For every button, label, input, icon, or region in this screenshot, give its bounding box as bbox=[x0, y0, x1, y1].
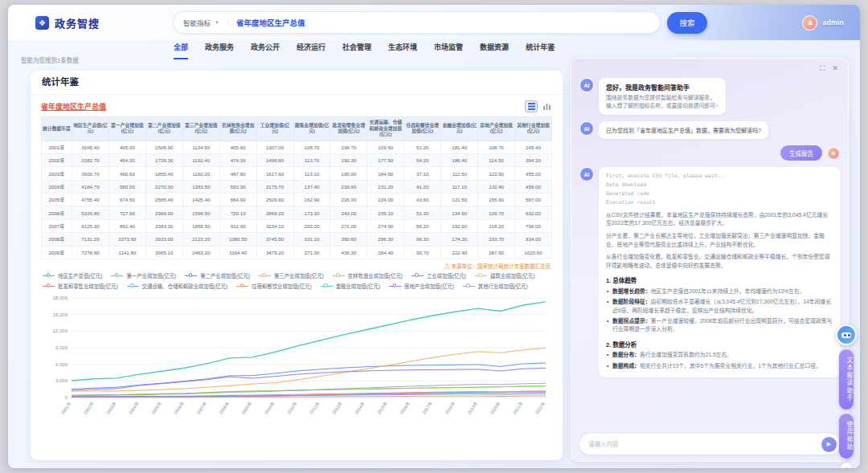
assistant-button-1[interactable]: 使用帮助 bbox=[839, 414, 854, 459]
table-cell: 117.10 bbox=[441, 180, 478, 193]
legend-item[interactable]: 农林牧渔业增加值(亿元) bbox=[333, 272, 403, 279]
table-cell: 271.30 bbox=[293, 246, 330, 259]
legend-item[interactable]: 房地产业增加值(亿元) bbox=[389, 283, 454, 290]
dataset-title-link[interactable]: 省年度地区生产总值 bbox=[41, 101, 106, 112]
analysis-bullet: 数据增长趋势：地区生产总值自2001年以来持续上升，年均增速约为13%左右。 bbox=[606, 287, 833, 296]
table-header-cell: 统计数据年度 bbox=[42, 117, 72, 141]
svg-text:2022年: 2022年 bbox=[534, 400, 547, 416]
legend-marker-icon bbox=[127, 283, 139, 289]
svg-text:2016年: 2016年 bbox=[398, 400, 411, 416]
tab-1[interactable]: 政务服务 bbox=[205, 42, 234, 59]
legend-marker-icon bbox=[475, 272, 487, 279]
svg-text:0: 0 bbox=[65, 395, 68, 400]
close-icon[interactable]: ✕ bbox=[832, 64, 838, 73]
table-cell: 162.90 bbox=[293, 194, 330, 206]
table-cell: 190.30 bbox=[330, 153, 367, 166]
code-line: Generated code bbox=[606, 190, 833, 198]
svg-text:2013年: 2013年 bbox=[330, 400, 344, 416]
chat-message-list[interactable]: AI您好，我是政务智能问答助手围绕政务数据为您提供智能检索与解读服务，输入想了解… bbox=[579, 78, 840, 429]
expand-icon[interactable]: ⛶ bbox=[820, 64, 825, 73]
svg-text:9,000: 9,000 bbox=[55, 345, 68, 350]
table-cell: 3745.90 bbox=[256, 233, 293, 246]
tab-4[interactable]: 社会管理 bbox=[342, 42, 371, 59]
welcome-bubble: 您好，我是政务智能问答助手围绕政务数据为您提供智能检索与解读服务，输入想了解的指… bbox=[599, 78, 726, 115]
legend-item[interactable]: 第一产业增加值(亿元) bbox=[111, 272, 176, 279]
user-menu[interactable]: a admin bbox=[802, 5, 844, 40]
table-cell: 231.20 bbox=[367, 180, 404, 193]
svg-text:2019年: 2019年 bbox=[466, 400, 480, 416]
table-row: 2008年7131.201073.603933.002123.201080.50… bbox=[42, 233, 552, 246]
search-bar: 智能指标 ▼ 搜索 bbox=[173, 11, 707, 34]
table-cell: 134.90 bbox=[441, 206, 478, 219]
chat-input[interactable] bbox=[588, 441, 821, 448]
tab-5[interactable]: 生态环境 bbox=[388, 42, 417, 59]
legend-item[interactable]: 住宿和餐饮业增加值(亿元) bbox=[236, 283, 312, 290]
table-cell: 37.10 bbox=[404, 167, 441, 180]
tab-7[interactable]: 数据资源 bbox=[480, 42, 509, 59]
app-logo: ❖ 政务智搜 bbox=[35, 5, 100, 40]
tab-6[interactable]: 市场监管 bbox=[434, 42, 463, 59]
table-cell: 105.70 bbox=[293, 141, 330, 153]
table-cell: 2006年 bbox=[42, 206, 72, 219]
table-cell: 632.00 bbox=[515, 206, 552, 219]
svg-text:2021年: 2021年 bbox=[511, 400, 525, 416]
table-cell: 287.60 bbox=[478, 246, 515, 259]
legend-item[interactable]: 建筑业增加值(亿元) bbox=[475, 272, 534, 279]
table-header-cell: 工业增加值(亿元) bbox=[256, 117, 293, 141]
line-chart: 03,0006,0009,00012,00015,00018,0002001年2… bbox=[41, 292, 552, 430]
table-cell: 7278.80 bbox=[72, 246, 109, 259]
table-cell: 122.50 bbox=[478, 167, 515, 180]
collapse-chevron-icon[interactable]: ‹ bbox=[841, 463, 852, 468]
table-cell: 184.90 bbox=[367, 167, 404, 180]
table-header-cell: 住宿和餐饮业增加值(亿元) bbox=[404, 117, 441, 141]
table-cell: 224.00 bbox=[367, 194, 404, 206]
legend-item[interactable]: 金融业增加值(亿元) bbox=[321, 283, 380, 290]
table-cell: 235.10 bbox=[367, 206, 404, 219]
legend-item[interactable]: 工业增加值(亿元) bbox=[411, 272, 466, 279]
generate-report-button[interactable]: 生成报告 bbox=[780, 145, 822, 161]
svg-text:2011年: 2011年 bbox=[285, 400, 299, 415]
search-button[interactable]: 搜索 bbox=[667, 12, 707, 34]
search-category-dropdown[interactable]: 智能指标 ▼ bbox=[183, 18, 228, 27]
tab-2[interactable]: 政务公开 bbox=[251, 42, 280, 59]
assistant-button-0[interactable]: 文本解读助手 bbox=[839, 349, 854, 410]
search-input[interactable] bbox=[236, 18, 650, 27]
tab-3[interactable]: 经济运行 bbox=[297, 42, 326, 59]
legend-label: 建筑业增加值(亿元) bbox=[490, 272, 534, 279]
section-title: 统计年鉴 bbox=[31, 71, 563, 95]
table-cell: 2002年 bbox=[42, 153, 72, 166]
tab-0[interactable]: 全部 bbox=[174, 42, 188, 59]
chart-series-line bbox=[72, 302, 546, 381]
legend-item[interactable]: 地区生产总值(亿元) bbox=[43, 272, 102, 279]
legend-item[interactable]: 第三产业增加值(亿元) bbox=[259, 272, 324, 279]
table-cell: 436.30 bbox=[330, 246, 367, 259]
legend-item[interactable]: 批发和零售业增加值(亿元) bbox=[43, 283, 118, 290]
result-card: 统计年鉴 省年度地区生产总值 统计数据年度地区生产总值(亿元)第一产业增加值(亿… bbox=[31, 71, 563, 460]
table-cell: 132.40 bbox=[478, 180, 515, 193]
table-cell: 195.00 bbox=[330, 167, 367, 180]
legend-item[interactable]: 第二产业增加值(亿元) bbox=[185, 272, 250, 279]
table-header-cell: 地区生产总值(亿元) bbox=[72, 117, 109, 141]
legend-item[interactable]: 其他行业增加值(亿元) bbox=[463, 283, 528, 290]
table-cell: 90.70 bbox=[404, 246, 441, 259]
table-cell: 1307.00 bbox=[256, 141, 293, 153]
legend-label: 农林牧渔业增加值(亿元) bbox=[348, 272, 403, 279]
table-row: 2007年6125.30892.403383.301859.50912.9032… bbox=[42, 219, 552, 232]
table-cell: 1726.30 bbox=[145, 153, 182, 166]
assistant-avatar: AI bbox=[579, 121, 594, 136]
table-cell: 1617.60 bbox=[256, 167, 293, 180]
table-cell: 108.70 bbox=[478, 141, 515, 153]
table-header-row: 统计数据年度地区生产总值(亿元)第一产业增加值(亿元)第二产业增加值(亿元)第三… bbox=[42, 117, 552, 141]
code-line: First, execute CSV file, please wait... bbox=[606, 172, 833, 181]
table-cell: 2123.20 bbox=[182, 233, 219, 246]
table-view-icon[interactable] bbox=[526, 101, 537, 112]
table-cell: 1283.50 bbox=[182, 180, 219, 193]
chart-view-icon[interactable] bbox=[541, 101, 552, 112]
tab-8[interactable]: 统计年鉴 bbox=[526, 42, 555, 59]
robot-assistant-icon[interactable] bbox=[836, 324, 857, 345]
topbar: ❖ 政务智搜 智能指标 ▼ 搜索 a admin bbox=[8, 5, 860, 40]
code-line: Data download bbox=[606, 181, 833, 190]
search-box: 智能指标 ▼ bbox=[173, 11, 661, 34]
legend-item[interactable]: 交通运输、仓储和邮政业增加值(亿元) bbox=[127, 283, 228, 290]
table-cell: 296.30 bbox=[367, 233, 404, 246]
